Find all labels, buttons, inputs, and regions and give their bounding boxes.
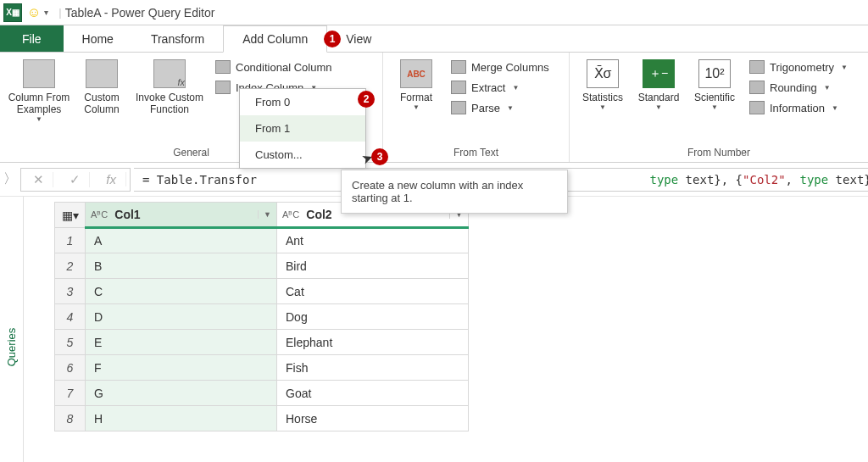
tab-transform[interactable]: Transform (132, 25, 223, 52)
callout-badge-2: 2 (358, 91, 375, 108)
custom-column-icon (86, 59, 118, 88)
table-row[interactable]: 5EElephant (55, 330, 469, 355)
chevron-down-icon: ▼ (36, 115, 42, 123)
excel-icon: X▦ (3, 3, 22, 22)
row-number[interactable]: 8 (55, 406, 86, 431)
row-number[interactable]: 5 (55, 330, 86, 355)
cell-col2[interactable]: Ant (277, 228, 469, 253)
index-column-icon (215, 81, 231, 94)
tooltip: Create a new column with an index starti… (341, 170, 568, 214)
table-corner[interactable]: ▦▾ (55, 203, 86, 228)
merge-columns-icon (451, 60, 466, 74)
tab-add-column[interactable]: Add Column (223, 25, 327, 53)
cell-col1[interactable]: E (86, 330, 277, 355)
ribbon-group-from-number: X̄σ Statistics ▼ ＋− Standard ▼ 10² Scien… (570, 53, 868, 162)
table-row[interactable]: 7GGoat (55, 381, 469, 406)
cell-col2[interactable]: Goat (277, 381, 469, 406)
scientific-button[interactable]: 10² Scientific ▼ (688, 56, 741, 111)
cell-col1[interactable]: H (86, 406, 277, 431)
index-column-menu: From 0 From 1 Custom... (239, 88, 366, 169)
cancel-formula-button[interactable]: ✕ (25, 172, 53, 187)
cell-col2[interactable]: Horse (277, 406, 469, 431)
information-icon (749, 101, 765, 114)
statistics-icon: X̄σ (587, 59, 619, 88)
cell-col2[interactable]: Elephant (277, 330, 469, 355)
separator: | (58, 6, 61, 19)
information-button[interactable]: Information ▼ (744, 98, 853, 117)
cell-col1[interactable]: B (86, 253, 277, 279)
cell-col2[interactable]: Fish (277, 355, 469, 381)
trigonometry-button[interactable]: Trigonometry ▼ (744, 58, 853, 76)
title-bar: X▦ ☺ ▾ | TableA - Power Query Editor (0, 0, 868, 25)
table-row[interactable]: 8HHorse (55, 406, 469, 431)
extract-button[interactable]: Extract ▼ (446, 78, 554, 97)
group-label-from-number: From Number (576, 143, 861, 162)
row-number[interactable]: 6 (55, 355, 86, 381)
rounding-icon (749, 81, 765, 94)
accept-formula-button[interactable]: ✓ (61, 172, 90, 187)
row-number[interactable]: 1 (55, 228, 86, 253)
qat-dropdown-icon[interactable]: ▾ (44, 8, 48, 17)
standard-icon: ＋− (643, 59, 675, 88)
chevron-down-icon: ▼ (841, 64, 848, 71)
smiley-icon[interactable]: ☺ (27, 5, 41, 20)
chevron-down-icon: ▼ (413, 103, 420, 111)
invoke-custom-function-button[interactable]: fx Invoke Custom Function (132, 56, 207, 115)
invoke-custom-function-icon: fx (153, 59, 186, 88)
cell-col2[interactable]: Bird (277, 253, 469, 279)
chevron-down-icon: ▼ (599, 103, 606, 111)
tab-home[interactable]: Home (64, 25, 132, 52)
statistics-button[interactable]: X̄σ Statistics ▼ (576, 56, 629, 111)
conditional-column-icon (215, 60, 231, 74)
index-from-1[interactable]: From 1 (240, 115, 365, 142)
data-preview: ▦▾ AᴮC Col1 ▼ AᴮC Col2 ▼ (24, 197, 469, 462)
type-text-icon[interactable]: AᴮC (86, 209, 113, 220)
row-number[interactable]: 7 (55, 381, 86, 406)
table-row[interactable]: 3CCat (55, 279, 469, 304)
index-from-0[interactable]: From 0 (240, 89, 365, 115)
cell-col1[interactable]: D (86, 304, 277, 330)
column-header-col1[interactable]: AᴮC Col1 ▼ (86, 203, 277, 228)
table-row[interactable]: 6FFish (55, 355, 469, 381)
merge-columns-button[interactable]: Merge Columns (446, 58, 554, 76)
row-number[interactable]: 2 (55, 253, 86, 279)
tab-file[interactable]: File (0, 25, 64, 52)
table-row[interactable]: 4DDog (55, 304, 469, 330)
conditional-column-button[interactable]: Conditional Column (210, 58, 337, 76)
table-row[interactable]: 1AAnt (55, 228, 469, 253)
column-from-examples-button[interactable]: Column From Examples ▼ (7, 56, 71, 123)
chevron-down-icon: ▼ (655, 103, 662, 111)
table-row[interactable]: 2BBird (55, 253, 469, 279)
custom-column-button[interactable]: Custom Column (75, 56, 129, 115)
cell-col2[interactable]: Cat (277, 279, 469, 304)
cell-col1[interactable]: A (86, 228, 277, 253)
workspace: Queries ▦▾ AᴮC Col1 ▼ AᴮC (0, 197, 868, 462)
expand-queries-icon[interactable]: 〉 (3, 170, 17, 188)
filter-icon[interactable]: ▼ (258, 210, 276, 219)
cell-col1[interactable]: C (86, 279, 277, 304)
type-text-icon[interactable]: AᴮC (277, 209, 304, 220)
fx-icon[interactable]: fx (97, 172, 126, 186)
chevron-down-icon: ▼ (824, 84, 831, 92)
format-button[interactable]: ABC Format ▼ (390, 56, 442, 111)
row-number[interactable]: 3 (55, 279, 86, 304)
callout-badge-3: 3 (371, 148, 388, 165)
standard-button[interactable]: ＋− Standard ▼ (632, 56, 685, 111)
chevron-down-icon: ▼ (711, 103, 718, 111)
chevron-down-icon: ▼ (507, 104, 514, 112)
index-custom[interactable]: Custom... (240, 142, 365, 168)
cell-col1[interactable]: G (86, 381, 277, 406)
ribbon-tabs: File Home Transform Add Column View (0, 25, 868, 53)
column-from-examples-icon (23, 59, 55, 88)
parse-button[interactable]: Parse ▼ (446, 98, 554, 117)
format-icon: ABC (400, 59, 432, 88)
cell-col1[interactable]: F (86, 355, 277, 381)
queries-pane-collapsed[interactable]: Queries (0, 197, 24, 462)
trigonometry-icon (749, 60, 765, 74)
row-number[interactable]: 4 (55, 304, 86, 330)
group-label-from-text: From Text (390, 143, 562, 162)
cell-col2[interactable]: Dog (277, 304, 469, 330)
window-title: TableA - Power Query Editor (65, 6, 215, 19)
rounding-button[interactable]: Rounding ▼ (744, 78, 853, 97)
data-table: ▦▾ AᴮC Col1 ▼ AᴮC Col2 ▼ (54, 202, 469, 431)
